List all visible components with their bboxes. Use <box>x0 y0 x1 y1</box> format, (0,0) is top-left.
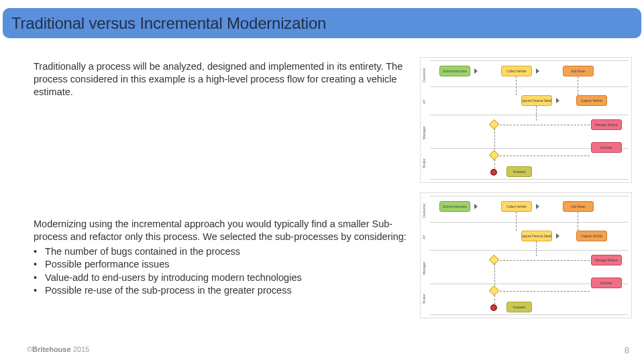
page-number: 8 <box>625 345 629 355</box>
node: Estimate <box>591 142 622 153</box>
list-item: Possible performance issues <box>34 258 409 272</box>
lane-label: Broker <box>422 149 429 178</box>
node: Submit Instruction <box>439 201 470 212</box>
node: Capture Finance Details <box>521 95 552 106</box>
node: Estimate <box>591 278 622 288</box>
node: Accepted <box>506 166 532 177</box>
end-event-icon <box>490 304 497 311</box>
copyright-symbol: © <box>27 345 32 353</box>
paragraph-incremental: Modernizing using the incremental approa… <box>34 218 409 244</box>
footer-copyright: ©Britehouse 2015 <box>27 345 89 353</box>
slide-title: Traditional versus Incremental Moderniza… <box>11 14 326 33</box>
lane-label: AP <box>422 225 429 249</box>
node: Add Notes <box>563 201 594 212</box>
list-item: Value-add to end-users by introducing mo… <box>34 272 409 285</box>
lane-label: AP <box>422 90 429 114</box>
criteria-list: The number of bugs contained in the proc… <box>34 245 409 298</box>
lane-label: Manager <box>422 253 429 283</box>
end-event-icon <box>490 169 497 176</box>
lane-label: Manager <box>422 118 429 147</box>
node: Collect Vehicle <box>501 201 532 212</box>
footer-brand: Britehouse <box>32 345 70 353</box>
body-content: Traditionally a process will be analyzed… <box>34 60 409 298</box>
lane-label: Customer <box>422 198 429 223</box>
title-bar: Traditional versus Incremental Moderniza… <box>3 8 641 38</box>
lane-label: Broker <box>422 284 429 314</box>
list-item: The number of bugs contained in the proc… <box>34 245 409 259</box>
node: Manager Review <box>591 119 622 130</box>
node: Capture Vehicle <box>576 95 607 106</box>
lane-label: Customer <box>422 63 429 87</box>
footer-year: 2015 <box>73 345 89 353</box>
node: Submit Instruction <box>439 66 470 76</box>
node: Collect Vehicle <box>501 66 532 76</box>
node: Capture Finance Details <box>521 231 552 241</box>
process-diagram-incremental: Customer AP Manager Broker Submit Instru… <box>420 192 632 318</box>
process-diagram-traditional: Customer AP Manager Broker Submit Instru… <box>420 57 632 183</box>
node: Manager Review <box>591 255 622 265</box>
node: Accepted <box>506 302 532 312</box>
paragraph-traditional: Traditionally a process will be analyzed… <box>34 60 409 99</box>
list-item: Possible re-use of the sub-process in th… <box>34 284 409 298</box>
node: Add Notes <box>563 66 594 76</box>
paragraph-incremental-block: Modernizing using the incremental approa… <box>34 218 409 298</box>
node: Capture Vehicle <box>576 231 607 241</box>
